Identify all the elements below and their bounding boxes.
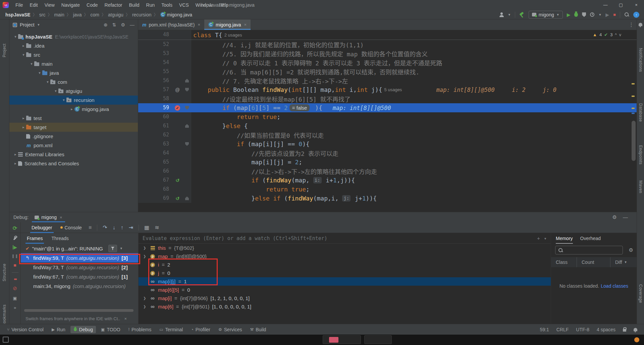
line-number[interactable]: 66: [138, 167, 172, 176]
chevron-expanded-icon[interactable]: ▾: [61, 98, 66, 102]
tool-stripe-endpoints[interactable]: Endpoints: [638, 145, 643, 165]
code-line-63[interactable]: 63 if (map[i][j] == 0){: [138, 139, 637, 149]
breadcrumb-item-com[interactable]: com: [91, 12, 99, 17]
line-number[interactable]: 63: [138, 139, 172, 149]
code-line-56[interactable]: 56 // 7. 先确定老鼠找路策略 上->右->下->左: [138, 76, 637, 85]
tree-item-java[interactable]: ▾java: [9, 68, 138, 77]
line-number[interactable]: 65: [138, 158, 172, 167]
breadcrumb-item-hspJavaSE[interactable]: hspJavaSE: [5, 12, 31, 17]
stop-icon[interactable]: ■: [13, 263, 16, 268]
statusbar-button-debug[interactable]: Debug: [70, 326, 96, 333]
fold-marker-slot[interactable]: [183, 139, 191, 149]
fold-marker-slot[interactable]: [183, 76, 191, 85]
gutter-icon-slot[interactable]: [172, 139, 183, 149]
menu-build[interactable]: Build: [125, 0, 143, 10]
stack-frame-row[interactable]: ↰findWay:59, T(com.atguigu.recursion)[3]: [21, 253, 138, 263]
tab-memory[interactable]: Memory: [556, 233, 573, 244]
menu-view[interactable]: View: [41, 0, 58, 10]
editor-scrollbar[interactable]: [632, 121, 636, 161]
file-encoding[interactable]: UTF-8: [576, 327, 589, 332]
tool-stripe-notifications[interactable]: Notifications: [638, 48, 643, 72]
statusbar-button-todo[interactable]: ▣TODO: [98, 326, 123, 333]
debug-session-tab[interactable]: migong ×: [32, 212, 65, 222]
gutter-icon-slot[interactable]: [172, 49, 183, 58]
line-number[interactable]: 52: [138, 40, 172, 49]
notifications-bell-icon[interactable]: [639, 23, 642, 26]
notifications-bell-icon[interactable]: [634, 328, 637, 331]
tree-item-test[interactable]: ▸test: [9, 114, 138, 123]
layout-menu-icon[interactable]: ≡: [89, 225, 92, 231]
line-number[interactable]: 61: [138, 121, 172, 130]
step-over-icon[interactable]: ↷: [103, 224, 107, 231]
step-into-icon[interactable]: ↓: [113, 225, 115, 231]
fold-marker-slot[interactable]: [183, 158, 191, 167]
editor-tab-pomxmlhspJavaSE[interactable]: mpom.xml (hspJavaSE)×: [138, 19, 204, 30]
fold-down-icon[interactable]: [185, 88, 189, 92]
menu-tools[interactable]: Tools: [158, 0, 176, 10]
gutter-icon-slot[interactable]: @: [172, 85, 183, 94]
minimize-button[interactable]: —: [598, 0, 613, 10]
line-number[interactable]: 54: [138, 58, 172, 67]
column-class[interactable]: Class: [551, 260, 577, 265]
evaluate-expression-input[interactable]: Evaluate expression (Enter) or add a wat…: [139, 233, 551, 244]
taskbar-thumbnail[interactable]: [364, 335, 392, 344]
tab-options-icon[interactable]: ⋮: [629, 21, 634, 28]
line-number[interactable]: 69: [138, 194, 172, 203]
chevron-down-icon[interactable]: ▼: [508, 13, 511, 16]
stack-frame-row[interactable]: main:34, migong(com.atguigu.recursion): [21, 281, 138, 291]
fold-marker-slot[interactable]: [183, 176, 191, 185]
chevron-collapsed-icon[interactable]: ❯: [143, 296, 147, 300]
tree-item-migongjava[interactable]: ▸Cmigong.java: [9, 105, 138, 114]
close-icon[interactable]: ×: [198, 22, 200, 27]
line-number[interactable]: 53: [138, 49, 172, 58]
tree-item-pomxml[interactable]: mpom.xml: [9, 141, 138, 150]
build-hammer-icon[interactable]: [519, 12, 525, 17]
fold-marker-slot[interactable]: [183, 30, 191, 40]
sticky-declaration-line[interactable]: 48class T{2 usages: [138, 30, 637, 40]
prev-problem-icon[interactable]: ^: [615, 33, 617, 37]
code-line-64[interactable]: 64 //先把该点设置为2 表示可以走: [138, 149, 637, 158]
chevron-collapsed-icon[interactable]: ▸: [21, 44, 26, 48]
profiler-button[interactable]: [590, 12, 594, 17]
statusbar-button-services[interactable]: ⚙Services: [215, 326, 245, 333]
variable-row-mapij[interactable]: ∞map[i][j]=1: [139, 277, 551, 286]
mute-breakpoints-icon[interactable]: ⊘: [13, 285, 17, 291]
fold-marker-slot[interactable]: [183, 67, 191, 76]
breadcrumb-item-migongjava[interactable]: Cmigong.java: [160, 12, 193, 17]
warning-stripe-mark[interactable]: [632, 96, 635, 97]
line-number[interactable]: 64: [138, 149, 172, 158]
menu-edit[interactable]: Edit: [26, 0, 41, 10]
fold-marker-slot[interactable]: [183, 185, 191, 194]
statusbar-button-problems[interactable]: !Problems: [125, 326, 154, 333]
resume-program-icon[interactable]: ▶: [13, 245, 17, 249]
code-line-55[interactable]: 55 //6. 当 map[6][5] =2 就说明找到通路,就可以结束，否则就…: [138, 67, 637, 76]
close-button[interactable]: ×: [629, 0, 644, 10]
settings-gear-icon[interactable]: ⚙: [121, 22, 125, 27]
memory-search-input[interactable]: [555, 246, 623, 254]
breadcrumb-item-atguigu[interactable]: atguigu: [108, 12, 123, 17]
fold-marker-slot[interactable]: [183, 40, 191, 49]
chevron-down-icon[interactable]: ▼: [37, 23, 40, 26]
line-number[interactable]: 60: [138, 112, 172, 121]
view-breakpoints-icon[interactable]: ●●: [14, 277, 16, 281]
chevron-expanded-icon[interactable]: ▾: [13, 35, 18, 39]
load-classes-link[interactable]: Load classes: [601, 283, 628, 289]
fold-marker-slot[interactable]: [183, 112, 191, 121]
expand-collapse-icon[interactable]: ⇅: [112, 22, 116, 27]
add-watch-icon[interactable]: +: [537, 236, 540, 241]
fold-marker-slot[interactable]: [183, 194, 191, 203]
editor-tab-migongjava[interactable]: Cmigong.java×: [204, 19, 251, 30]
search-icon[interactable]: [624, 12, 629, 17]
chevron-expanded-icon[interactable]: ▾: [53, 89, 58, 93]
more-actions-icon[interactable]: »: [14, 305, 16, 310]
close-icon[interactable]: ×: [244, 22, 247, 27]
fold-up-icon[interactable]: [185, 196, 189, 200]
line-number[interactable]: 57: [138, 85, 172, 94]
taskbar-thumbnail[interactable]: [323, 335, 361, 344]
statusbar-button-build[interactable]: ⚒Build: [247, 326, 269, 333]
line-number[interactable]: 67: [138, 176, 172, 185]
line-number[interactable]: 56: [138, 76, 172, 85]
code-line-48[interactable]: 48class T{2 usages: [138, 30, 242, 40]
gutter-icon-slot[interactable]: [172, 130, 183, 139]
hide-icon[interactable]: —: [623, 214, 628, 220]
